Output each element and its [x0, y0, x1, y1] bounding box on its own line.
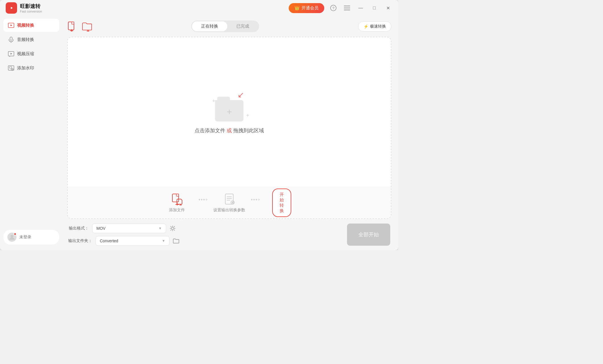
step-arrow-2	[251, 197, 260, 202]
plus-deco-br: +	[246, 113, 249, 119]
svg-text:?: ?	[332, 6, 334, 10]
crown-icon: 👑	[294, 5, 300, 11]
step-arrow-1	[199, 197, 208, 202]
svg-point-34	[203, 199, 205, 200]
format-control-line: 输出格式： MOV ▼	[68, 224, 341, 233]
step-2: 设置输出转换参数	[212, 193, 246, 213]
svg-rect-4	[344, 6, 350, 6]
sidebar-item-label: 音频转换	[17, 37, 34, 42]
title-bar-right: 👑 开通会员 ? — □ ✕	[289, 3, 393, 13]
folder-label: 输出文件夹：	[68, 238, 92, 243]
app-window: 旺影速转 Fast conversion 👑 开通会员 ?	[0, 0, 398, 250]
folder-select[interactable]: Converted ▼	[96, 236, 170, 246]
tab-converting[interactable]: 正在转换	[192, 21, 227, 31]
format-settings-button[interactable]	[170, 225, 176, 231]
drop-text-or-word: 或	[227, 128, 232, 133]
svg-rect-27	[176, 194, 179, 196]
svg-rect-5	[344, 8, 350, 8]
folder-control-line: 输出文件夹： Converted ▼	[68, 236, 341, 246]
sidebar-item-watermark[interactable]: 添加水印	[3, 61, 59, 75]
svg-point-44	[256, 199, 257, 200]
step1-label: 添加文件	[169, 208, 185, 213]
step1-icon	[171, 193, 183, 205]
title-bar: 旺影速转 Fast conversion 👑 开通会员 ?	[0, 0, 398, 16]
svg-marker-12	[11, 53, 12, 55]
plus-deco-tl: +	[212, 98, 215, 104]
svg-point-19	[11, 235, 13, 238]
maximize-button[interactable]: □	[370, 3, 379, 13]
step3-icon: 开始转换	[275, 197, 288, 209]
app-subtitle: Fast conversion	[20, 10, 42, 13]
chevron-down-icon: ▼	[158, 226, 162, 230]
drop-text: 点击添加文件 或 拖拽到此区域	[195, 127, 264, 134]
tab-completed[interactable]: 已完成	[227, 21, 258, 31]
step-1: 添加文件	[160, 193, 194, 213]
minimize-button[interactable]: —	[356, 3, 365, 13]
app-name: 旺影速转	[20, 3, 42, 10]
sidebar-item-label: 添加水印	[17, 65, 34, 71]
format-label: 输出格式：	[68, 226, 89, 231]
avatar-dot	[14, 233, 16, 235]
svg-rect-9	[10, 37, 12, 40]
title-bar-left: 旺影速转 Fast conversion	[0, 2, 42, 14]
folder-browse-button[interactable]	[173, 238, 179, 243]
svg-marker-8	[11, 24, 12, 26]
step2-icon	[223, 193, 236, 205]
step-3: 开始转换	[265, 197, 299, 209]
drop-zone[interactable]: + + ↙ + 点击添加文件 或 拖拽到此区域	[68, 37, 391, 187]
svg-point-33	[201, 199, 203, 200]
sidebar-item-video-compress[interactable]: 视频压缩	[3, 47, 59, 60]
sidebar: 视频转换 音频转换 视频压缩	[0, 16, 63, 250]
svg-point-43	[253, 199, 255, 200]
svg-point-42	[251, 199, 253, 200]
steps-bar: 添加文件	[68, 187, 391, 218]
arrow-down-icon: ↙	[238, 90, 244, 100]
main-layout: 视频转换 音频转换 视频压缩	[0, 16, 398, 250]
control-row: 输出格式： MOV ▼ 输出文件夹：	[68, 224, 341, 246]
sidebar-item-audio-convert[interactable]: 音频转换	[3, 33, 59, 46]
drop-zone-icon: + + ↙ +	[212, 90, 246, 121]
drop-text-secondary: 拖拽到此区域	[233, 128, 264, 133]
folder-body: +	[215, 100, 243, 121]
folder-value: Converted	[100, 239, 160, 243]
step2-label: 设置输出转换参数	[213, 208, 245, 213]
sidebar-item-label: 视频转换	[17, 23, 34, 28]
menu-button[interactable]	[342, 3, 352, 13]
add-folder-button[interactable]	[82, 21, 92, 32]
sidebar-item-label: 视频压缩	[17, 51, 34, 57]
svg-point-32	[199, 199, 200, 200]
tabs-group: 正在转换 已完成	[191, 20, 259, 32]
start-all-button[interactable]: 全部开始	[347, 224, 390, 246]
app-logo	[6, 2, 17, 14]
drop-area[interactable]: + + ↙ + 点击添加文件 或 拖拽到此区域	[67, 37, 391, 219]
file-actions	[67, 21, 92, 32]
svg-rect-15	[9, 67, 12, 68]
svg-rect-6	[344, 10, 350, 10]
add-file-button[interactable]	[67, 21, 77, 32]
close-button[interactable]: ✕	[383, 3, 393, 13]
format-select[interactable]: MOV ▼	[92, 224, 166, 233]
drop-text-primary: 点击添加文件	[195, 128, 225, 133]
vip-button[interactable]: 👑 开通会员	[289, 3, 324, 13]
app-name-block: 旺影速转 Fast conversion	[20, 3, 42, 13]
help-button[interactable]: ?	[329, 3, 338, 13]
top-toolbar: 正在转换 已完成 ⚡ 极速转换	[67, 20, 391, 32]
avatar	[7, 233, 16, 242]
svg-rect-21	[72, 22, 74, 24]
svg-point-45	[172, 227, 174, 229]
user-login-button[interactable]: 未登录	[3, 230, 59, 245]
folder-plus: +	[227, 107, 232, 117]
start-convert-button[interactable]: 开始转换	[272, 189, 291, 217]
user-label: 未登录	[19, 235, 31, 240]
sidebar-item-video-convert[interactable]: 视频转换	[3, 19, 59, 32]
sidebar-bottom: 未登录	[3, 230, 59, 247]
format-value: MOV	[96, 226, 156, 231]
speed-button[interactable]: ⚡ 极速转换	[358, 21, 391, 32]
bolt-icon: ⚡	[364, 24, 368, 29]
bottom-controls: 输出格式： MOV ▼ 输出文件夹：	[67, 224, 391, 246]
content-area: 正在转换 已完成 ⚡ 极速转换 + + ↙	[63, 16, 398, 250]
chevron-down-icon-2: ▼	[162, 239, 165, 243]
